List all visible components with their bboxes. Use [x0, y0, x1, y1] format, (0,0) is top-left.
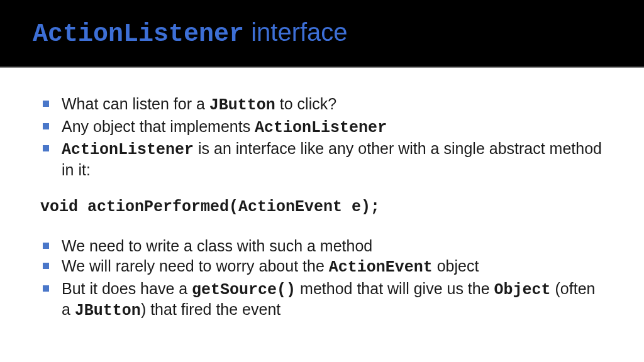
- slide-title: ActionListener interface: [33, 18, 348, 48]
- bullet-item: Any object that implements ActionListene…: [62, 117, 604, 138]
- text: to click?: [275, 95, 336, 112]
- bullet-list-1: What can listen for a JButton to click? …: [40, 94, 604, 179]
- code-span: JButton: [75, 302, 141, 320]
- title-rest: interface: [244, 18, 348, 46]
- code-span: ActionEvent: [329, 258, 433, 277]
- text: method that will give us the: [296, 280, 494, 297]
- code-block: void actionPerformed(ActionEvent e);: [40, 198, 604, 217]
- bullet-list-2: We need to write a class with such a met…: [40, 236, 604, 321]
- text: Any object that implements: [62, 118, 255, 135]
- slide-body: What can listen for a JButton to click? …: [0, 68, 644, 321]
- code-span: Object: [494, 281, 551, 299]
- bullet-item: We will rarely need to worry about the A…: [62, 256, 604, 278]
- text: object: [433, 257, 479, 275]
- title-code: ActionListener: [33, 20, 244, 48]
- text: What can listen for a: [62, 95, 209, 112]
- bullet-item: What can listen for a JButton to click?: [62, 94, 604, 116]
- code-span: getSource(): [192, 281, 296, 299]
- bullet-item: We need to write a class with such a met…: [62, 236, 604, 256]
- text: But it does have a: [62, 280, 192, 297]
- code-span: ActionListener: [62, 141, 194, 159]
- slide-header: ActionListener interface: [0, 0, 644, 68]
- bullet-item: ActionListener is an interface like any …: [62, 139, 604, 179]
- text: We will rarely need to worry about the: [62, 257, 329, 275]
- text: We need to write a class with such a met…: [62, 237, 372, 255]
- bullet-item: But it does have a getSource() method th…: [62, 279, 604, 321]
- code-span: ActionListener: [255, 119, 387, 137]
- text: ) that fired the event: [141, 300, 280, 318]
- code-span: JButton: [209, 96, 275, 114]
